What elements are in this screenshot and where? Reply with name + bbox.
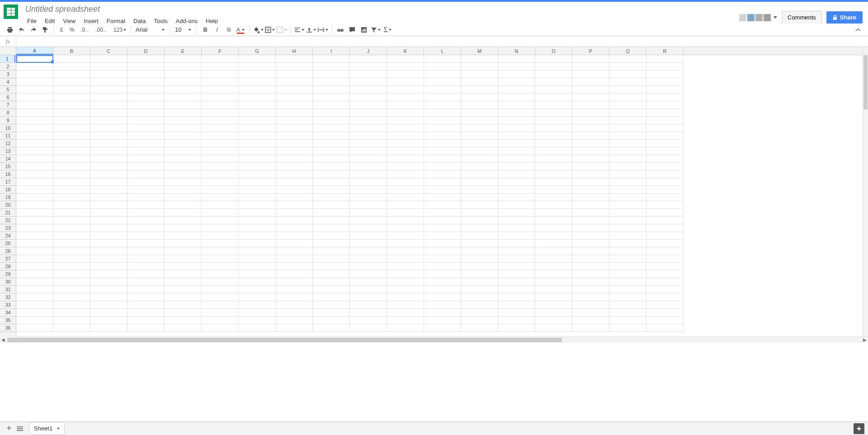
cell[interactable] bbox=[313, 186, 350, 194]
cell[interactable] bbox=[387, 278, 424, 286]
cell[interactable] bbox=[646, 270, 684, 278]
cell[interactable] bbox=[572, 317, 609, 324]
cell[interactable] bbox=[535, 201, 572, 209]
cell[interactable] bbox=[498, 263, 535, 270]
cell[interactable] bbox=[387, 194, 424, 201]
cell[interactable] bbox=[276, 71, 313, 78]
cell[interactable] bbox=[535, 240, 572, 247]
cell[interactable] bbox=[609, 232, 646, 240]
cell[interactable] bbox=[202, 209, 239, 217]
cell[interactable] bbox=[90, 117, 127, 124]
cell[interactable] bbox=[16, 71, 53, 78]
row-header[interactable]: 4 bbox=[0, 78, 16, 86]
cell[interactable] bbox=[350, 240, 387, 247]
cell[interactable] bbox=[350, 293, 387, 301]
cell[interactable] bbox=[16, 55, 53, 63]
cell[interactable] bbox=[90, 255, 127, 263]
cell[interactable] bbox=[202, 232, 239, 240]
cell[interactable] bbox=[646, 132, 684, 140]
cell[interactable] bbox=[127, 178, 165, 186]
cell[interactable] bbox=[165, 293, 202, 301]
cell[interactable] bbox=[53, 101, 90, 109]
cell[interactable] bbox=[609, 324, 646, 332]
cell[interactable] bbox=[276, 55, 313, 63]
cell[interactable] bbox=[313, 293, 350, 301]
cell[interactable] bbox=[202, 309, 239, 317]
cell[interactable] bbox=[646, 209, 684, 217]
fx-label[interactable]: fx bbox=[0, 38, 16, 45]
cell[interactable] bbox=[16, 101, 53, 109]
cell[interactable] bbox=[646, 309, 684, 317]
cell[interactable] bbox=[276, 293, 313, 301]
cell[interactable] bbox=[90, 317, 127, 324]
cell[interactable] bbox=[202, 109, 239, 117]
row-header[interactable]: 9 bbox=[0, 117, 16, 124]
cell[interactable] bbox=[535, 71, 572, 78]
cell[interactable] bbox=[239, 217, 276, 224]
cell[interactable] bbox=[609, 94, 646, 101]
cell[interactable] bbox=[53, 109, 90, 117]
cell[interactable] bbox=[90, 201, 127, 209]
cell[interactable] bbox=[165, 286, 202, 293]
row-header[interactable]: 13 bbox=[0, 147, 16, 155]
cell[interactable] bbox=[498, 217, 535, 224]
column-header[interactable]: M bbox=[461, 47, 498, 55]
row-header[interactable]: 15 bbox=[0, 163, 16, 170]
cell[interactable] bbox=[239, 301, 276, 309]
cell[interactable] bbox=[424, 78, 461, 86]
cell[interactable] bbox=[202, 301, 239, 309]
cell[interactable] bbox=[239, 94, 276, 101]
cell[interactable] bbox=[313, 232, 350, 240]
cell[interactable] bbox=[461, 209, 498, 217]
row-header[interactable]: 25 bbox=[0, 240, 16, 247]
cell[interactable] bbox=[313, 278, 350, 286]
cell[interactable] bbox=[461, 240, 498, 247]
cell[interactable] bbox=[535, 278, 572, 286]
cell[interactable] bbox=[572, 163, 609, 170]
cell[interactable] bbox=[461, 270, 498, 278]
cell[interactable] bbox=[609, 263, 646, 270]
cell[interactable] bbox=[276, 201, 313, 209]
cell[interactable] bbox=[53, 286, 90, 293]
cell[interactable] bbox=[498, 78, 535, 86]
cell[interactable] bbox=[313, 109, 350, 117]
cell[interactable] bbox=[53, 293, 90, 301]
cell[interactable] bbox=[313, 247, 350, 255]
strikethrough-button[interactable]: S bbox=[223, 24, 234, 35]
cell[interactable] bbox=[313, 178, 350, 186]
cell[interactable] bbox=[127, 124, 165, 132]
cell[interactable] bbox=[350, 86, 387, 94]
cell[interactable] bbox=[535, 263, 572, 270]
select-all-corner[interactable] bbox=[0, 47, 16, 55]
column-header[interactable]: N bbox=[498, 47, 535, 55]
cell[interactable] bbox=[239, 140, 276, 147]
row-header[interactable]: 34 bbox=[0, 309, 16, 317]
cell[interactable] bbox=[424, 86, 461, 94]
row-header[interactable]: 18 bbox=[0, 186, 16, 194]
cell[interactable] bbox=[16, 178, 53, 186]
cell[interactable] bbox=[313, 217, 350, 224]
cell[interactable] bbox=[165, 201, 202, 209]
cell[interactable] bbox=[424, 155, 461, 163]
column-header[interactable]: B bbox=[53, 47, 90, 55]
cell[interactable] bbox=[387, 63, 424, 71]
cell[interactable] bbox=[90, 209, 127, 217]
cell[interactable] bbox=[202, 117, 239, 124]
cell[interactable] bbox=[239, 155, 276, 163]
cell[interactable] bbox=[424, 117, 461, 124]
cell[interactable] bbox=[165, 86, 202, 94]
cell[interactable] bbox=[53, 55, 90, 63]
column-header[interactable]: O bbox=[535, 47, 572, 55]
cell[interactable] bbox=[387, 147, 424, 155]
cell[interactable] bbox=[646, 63, 684, 71]
cell[interactable] bbox=[239, 78, 276, 86]
cell[interactable] bbox=[350, 101, 387, 109]
cell[interactable] bbox=[16, 232, 53, 240]
cell[interactable] bbox=[127, 86, 165, 94]
cell[interactable] bbox=[498, 163, 535, 170]
cell[interactable] bbox=[53, 63, 90, 71]
cell[interactable] bbox=[572, 71, 609, 78]
cell[interactable] bbox=[535, 186, 572, 194]
cell[interactable] bbox=[90, 170, 127, 178]
cell[interactable] bbox=[239, 117, 276, 124]
